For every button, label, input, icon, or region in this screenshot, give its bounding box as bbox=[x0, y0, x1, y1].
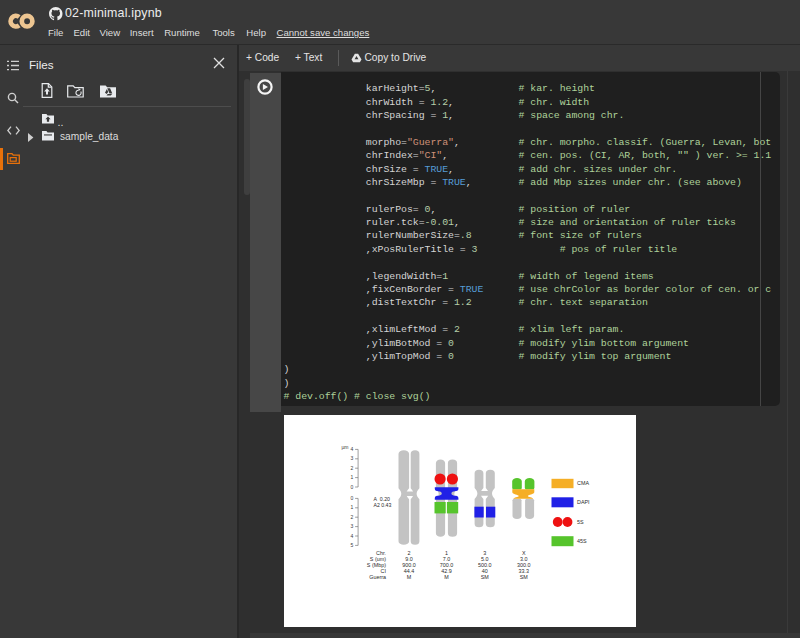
svg-text:µm: µm bbox=[341, 444, 348, 450]
svg-text:A 0.20: A 0.20 bbox=[373, 496, 390, 502]
svg-text:1: 1 bbox=[350, 474, 353, 480]
svg-text:2: 2 bbox=[350, 465, 353, 471]
svg-text:DAPI: DAPI bbox=[577, 499, 590, 505]
svg-text:2: 2 bbox=[350, 514, 353, 520]
svg-text:CMA: CMA bbox=[577, 480, 589, 486]
svg-text:5: 5 bbox=[350, 542, 353, 548]
svg-text:A2 0.43: A2 0.43 bbox=[373, 502, 391, 508]
svg-text:1: 1 bbox=[350, 504, 353, 510]
svg-text:0: 0 bbox=[350, 484, 353, 490]
svg-text:M: M bbox=[406, 574, 411, 580]
svg-text:M: M bbox=[444, 574, 449, 580]
svg-text:3: 3 bbox=[350, 455, 353, 461]
svg-text:4: 4 bbox=[350, 446, 353, 452]
svg-text:5S: 5S bbox=[577, 519, 584, 525]
svg-text:4: 4 bbox=[350, 533, 353, 539]
svg-text:0: 0 bbox=[350, 495, 353, 501]
svg-text:SM: SM bbox=[480, 574, 489, 580]
svg-text:Guerra: Guerra bbox=[369, 574, 386, 580]
svg-text:3: 3 bbox=[350, 523, 353, 529]
svg-text:45S: 45S bbox=[577, 538, 587, 544]
svg-text:SM: SM bbox=[519, 574, 528, 580]
